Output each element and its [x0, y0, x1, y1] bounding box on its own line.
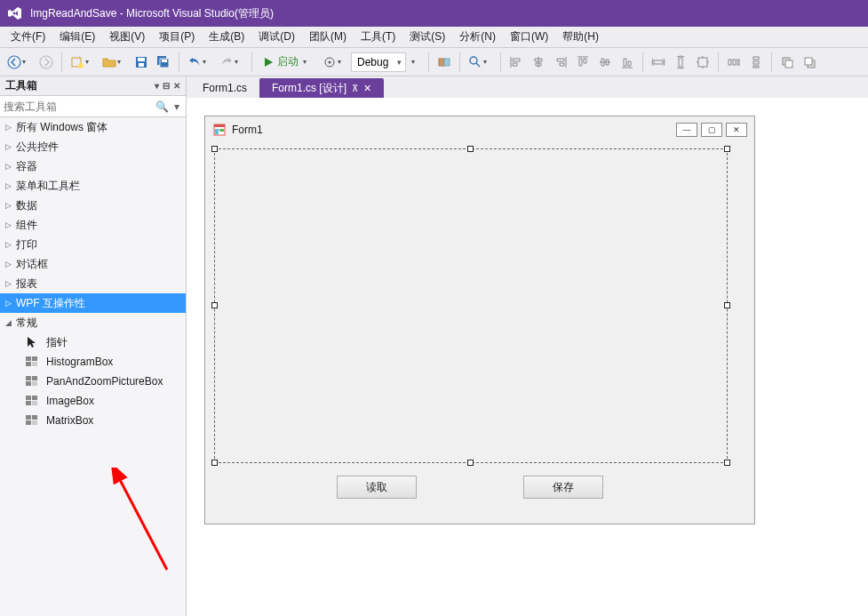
design-canvas[interactable]: Form1 — ▢ ✕	[187, 98, 868, 616]
tab-design[interactable]: Form1.cs [设计]⊼✕	[259, 78, 384, 98]
svg-rect-13	[444, 59, 450, 66]
group-print[interactable]: ▷打印	[0, 235, 186, 254]
dropdown-icon[interactable]: ▾	[155, 81, 159, 91]
menu-debug[interactable]: 调试(D)	[251, 27, 302, 47]
platform-select[interactable]: ▾	[407, 52, 424, 72]
resize-handle-e[interactable]	[724, 302, 730, 308]
resize-handle-nw[interactable]	[211, 146, 218, 152]
toolbox-search[interactable]: 🔍 ▾	[0, 96, 186, 117]
close-icon: ✕	[726, 123, 747, 137]
resize-handle-n[interactable]	[467, 146, 474, 152]
vspace-equal-button[interactable]	[745, 52, 767, 72]
svg-rect-45	[219, 129, 224, 132]
group-menus-toolbars[interactable]: ▷菜单和工具栏	[0, 176, 186, 196]
svg-rect-12	[439, 59, 444, 66]
save-button[interactable]	[131, 52, 152, 72]
close-icon[interactable]: ✕	[173, 81, 180, 91]
group-all-windows-forms[interactable]: ▷所有 Windows 窗体	[0, 117, 186, 137]
new-project-button[interactable]: ▾	[67, 52, 98, 72]
clear-search-icon[interactable]: ▾	[171, 100, 182, 113]
bring-front-button[interactable]	[799, 52, 820, 72]
tool-pointer[interactable]: 指针	[0, 332, 186, 352]
group-general[interactable]: ◢常规	[0, 313, 186, 332]
menu-view[interactable]: 视图(V)	[102, 27, 152, 47]
menu-team[interactable]: 团队(M)	[302, 27, 354, 47]
group-components[interactable]: ▷组件	[0, 215, 186, 235]
tool-histogrambox[interactable]: HistogramBox	[0, 352, 186, 372]
menu-analyze[interactable]: 分析(N)	[452, 27, 503, 47]
start-debug-button[interactable]: 启动▾	[257, 52, 318, 72]
tool-imagebox[interactable]: ImageBox	[0, 391, 186, 411]
svg-rect-46	[215, 129, 219, 134]
svg-rect-25	[805, 58, 812, 65]
config-select[interactable]: Debug	[351, 52, 406, 72]
group-common-controls[interactable]: ▷公共控件	[0, 137, 186, 156]
group-containers[interactable]: ▷容器	[0, 156, 186, 176]
menu-help[interactable]: 帮助(H)	[555, 27, 606, 47]
find-button[interactable]: ▾	[465, 52, 496, 72]
svg-rect-21	[753, 66, 759, 68]
save-all-button[interactable]	[153, 52, 174, 72]
group-wpf-interop[interactable]: ▷WPF 互操作性	[0, 293, 186, 313]
same-size-button[interactable]	[692, 52, 713, 72]
open-file-button[interactable]: ▾	[99, 52, 130, 72]
toolbox-panel: 工具箱 ▾ ⊟ ✕ 🔍 ▾ ▷所有 Windows 窗体 ▷公共控件 ▷容器 ▷…	[0, 76, 187, 616]
svg-rect-17	[733, 60, 736, 65]
redo-button[interactable]: ▾	[216, 52, 247, 72]
menu-file[interactable]: 文件(F)	[4, 27, 52, 47]
align-middle-v-button[interactable]	[594, 52, 616, 72]
form-icon	[212, 123, 227, 137]
align-left-button[interactable]	[506, 52, 527, 72]
document-tabs: Form1.cs Form1.cs [设计]⊼✕	[187, 76, 868, 98]
debug-target-button[interactable]: ▾	[319, 52, 350, 72]
pin-icon[interactable]: ⊟	[163, 81, 170, 91]
menu-edit[interactable]: 编辑(E)	[52, 27, 102, 47]
svg-rect-16	[729, 60, 731, 65]
tool-panandzoompicturebox[interactable]: PanAndZoomPictureBox	[0, 372, 186, 391]
save-form-button[interactable]: 保存	[523, 476, 603, 499]
svg-rect-23	[785, 60, 792, 68]
svg-rect-31	[32, 376, 37, 380]
resize-handle-ne[interactable]	[724, 146, 730, 152]
align-right-button[interactable]	[550, 52, 571, 72]
menu-build[interactable]: 生成(B)	[202, 27, 251, 47]
read-button[interactable]: 读取	[337, 476, 417, 499]
resize-handle-sw[interactable]	[211, 460, 218, 466]
resize-handle-w[interactable]	[211, 302, 218, 308]
toolbox-search-input[interactable]	[4, 100, 153, 113]
nav-forward-button[interactable]	[36, 52, 57, 72]
menu-test[interactable]: 测试(S)	[402, 27, 452, 47]
resize-handle-se[interactable]	[724, 460, 730, 466]
separator	[251, 52, 252, 72]
breakpoint-button[interactable]	[434, 52, 455, 72]
group-dialogs[interactable]: ▷对话框	[0, 254, 186, 274]
send-back-button[interactable]	[776, 52, 798, 72]
svg-rect-32	[26, 381, 31, 386]
svg-rect-20	[753, 61, 759, 64]
same-height-button[interactable]	[670, 52, 691, 72]
group-reports[interactable]: ▷报表	[0, 274, 186, 293]
form-window[interactable]: Form1 — ▢ ✕	[204, 116, 755, 524]
svg-rect-29	[32, 362, 37, 366]
undo-button[interactable]: ▾	[184, 52, 215, 72]
hspace-equal-button[interactable]	[723, 52, 745, 72]
resize-handle-s[interactable]	[467, 460, 474, 466]
pin-icon[interactable]: ⊼	[352, 84, 358, 93]
imagebox-control[interactable]	[214, 148, 728, 463]
tool-matrixbox[interactable]: MatrixBox	[0, 411, 186, 430]
search-icon[interactable]: 🔍	[153, 100, 171, 113]
menu-window[interactable]: 窗口(W)	[503, 27, 555, 47]
form-body[interactable]: 读取 保存	[205, 143, 754, 524]
same-width-button[interactable]	[648, 52, 669, 72]
svg-rect-35	[32, 396, 37, 400]
group-data[interactable]: ▷数据	[0, 196, 186, 215]
align-center-h-button[interactable]	[528, 52, 549, 72]
tab-code[interactable]: Form1.cs	[190, 78, 259, 98]
menu-project[interactable]: 项目(P)	[152, 27, 202, 47]
menu-tools[interactable]: 工具(T)	[354, 27, 402, 47]
nav-back-button[interactable]: ▾	[4, 52, 35, 72]
align-bottom-button[interactable]	[617, 52, 638, 72]
align-top-button[interactable]	[572, 52, 593, 72]
close-tab-icon[interactable]: ✕	[363, 83, 371, 94]
component-icon	[25, 414, 39, 427]
